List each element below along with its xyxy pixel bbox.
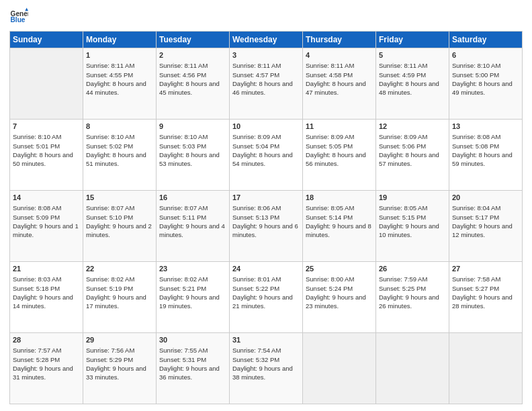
day-number: 19 [379,193,446,203]
calendar-cell: 30Sunrise: 7:55 AMSunset: 5:31 PMDayligh… [157,333,230,404]
daylight-text: Daylight: 8 hours and 48 minutes. [379,79,446,97]
day-number: 29 [86,335,153,345]
daylight-text: Daylight: 9 hours and 31 minutes. [13,364,80,382]
sunrise-text: Sunrise: 8:07 AM [86,203,153,212]
daylight-text: Daylight: 8 hours and 47 minutes. [306,79,373,97]
calendar-header: SundayMondayTuesdayWednesdayThursdayFrid… [10,32,523,48]
sunrise-text: Sunrise: 7:54 AM [232,346,300,355]
daylight-text: Daylight: 9 hours and 14 minutes. [13,293,80,311]
calendar-cell: 18Sunrise: 8:05 AMSunset: 5:14 PMDayligh… [303,191,376,262]
calendar-cell: 20Sunrise: 8:04 AMSunset: 5:17 PMDayligh… [449,191,523,262]
day-number: 25 [306,264,373,274]
logo-icon: General Blue [9,7,28,26]
day-number: 8 [86,122,153,132]
header: General Blue [9,7,523,26]
daylight-text: Daylight: 8 hours and 57 minutes. [379,150,446,169]
daylight-text: Daylight: 8 hours and 51 minutes. [86,150,153,169]
sunrise-text: Sunrise: 8:10 AM [86,132,153,141]
day-header-monday: Monday [83,32,157,48]
daylight-text: Daylight: 8 hours and 59 minutes. [452,150,519,169]
calendar-cell: 9Sunrise: 8:10 AMSunset: 5:03 PMDaylight… [157,120,230,191]
calendar-cell: 10Sunrise: 8:09 AMSunset: 5:04 PMDayligh… [230,120,303,191]
sunrise-text: Sunrise: 8:09 AM [306,132,373,141]
page: General Blue SundayMondayTuesdayWednesda… [0,0,532,411]
sunrise-text: Sunrise: 8:01 AM [232,275,300,283]
sunrise-text: Sunrise: 7:55 AM [159,346,226,355]
sunset-text: Sunset: 5:18 PM [13,284,80,293]
calendar-cell: 22Sunrise: 8:02 AMSunset: 5:19 PMDayligh… [83,262,157,333]
calendar-cell: 27Sunrise: 7:58 AMSunset: 5:27 PMDayligh… [449,262,523,333]
sunrise-text: Sunrise: 8:10 AM [13,132,80,141]
sunrise-text: Sunrise: 8:09 AM [379,132,446,141]
calendar-cell: 23Sunrise: 8:02 AMSunset: 5:21 PMDayligh… [157,262,230,333]
sunset-text: Sunset: 5:08 PM [452,142,519,150]
day-number: 9 [159,122,226,132]
sunset-text: Sunset: 5:17 PM [452,213,519,222]
sunrise-text: Sunrise: 8:11 AM [232,61,300,70]
svg-marker-2 [25,8,28,11]
sunrise-text: Sunrise: 7:56 AM [86,346,153,355]
week-row-4: 28Sunrise: 7:57 AMSunset: 5:28 PMDayligh… [10,333,523,404]
calendar-cell: 15Sunrise: 8:07 AMSunset: 5:10 PMDayligh… [83,191,157,262]
day-header-saturday: Saturday [449,32,523,48]
daylight-text: Daylight: 8 hours and 49 minutes. [452,79,519,97]
sunset-text: Sunset: 4:55 PM [86,71,153,79]
sunrise-text: Sunrise: 8:08 AM [452,132,519,141]
calendar-cell: 21Sunrise: 8:03 AMSunset: 5:18 PMDayligh… [10,262,83,333]
daylight-text: Daylight: 9 hours and 2 minutes. [86,222,153,240]
daylight-text: Daylight: 8 hours and 53 minutes. [159,150,226,169]
sunrise-text: Sunrise: 8:08 AM [13,203,80,212]
daylight-text: Daylight: 8 hours and 46 minutes. [232,79,300,97]
days-of-week-row: SundayMondayTuesdayWednesdayThursdayFrid… [10,32,523,48]
sunset-text: Sunset: 5:19 PM [86,284,153,293]
sunrise-text: Sunrise: 7:57 AM [13,346,80,355]
sunrise-text: Sunrise: 8:00 AM [306,275,373,283]
calendar-cell: 8Sunrise: 8:10 AMSunset: 5:02 PMDaylight… [83,120,157,191]
sunrise-text: Sunrise: 8:10 AM [159,132,226,141]
day-number: 17 [232,193,300,203]
daylight-text: Daylight: 9 hours and 10 minutes. [379,222,446,240]
day-number: 7 [13,122,80,132]
day-number: 4 [306,50,373,60]
calendar-cell: 5Sunrise: 8:11 AMSunset: 4:59 PMDaylight… [376,48,449,120]
daylight-text: Daylight: 9 hours and 21 minutes. [232,293,300,311]
sunset-text: Sunset: 5:13 PM [232,213,300,222]
daylight-text: Daylight: 9 hours and 17 minutes. [86,293,153,311]
sunset-text: Sunset: 5:06 PM [379,142,446,150]
sunrise-text: Sunrise: 8:05 AM [306,203,373,212]
calendar-cell: 11Sunrise: 8:09 AMSunset: 5:05 PMDayligh… [303,120,376,191]
daylight-text: Daylight: 9 hours and 8 minutes. [306,222,373,240]
calendar-cell [10,48,83,120]
sunset-text: Sunset: 5:02 PM [86,142,153,150]
calendar-cell: 25Sunrise: 8:00 AMSunset: 5:24 PMDayligh… [303,262,376,333]
sunrise-text: Sunrise: 8:09 AM [232,132,300,141]
day-number: 15 [86,193,153,203]
sunset-text: Sunset: 5:29 PM [86,355,153,364]
calendar-cell [376,333,449,404]
daylight-text: Daylight: 9 hours and 23 minutes. [306,293,373,311]
day-number: 28 [13,335,80,345]
sunrise-text: Sunrise: 8:05 AM [379,203,446,212]
day-number: 24 [232,264,300,274]
sunset-text: Sunset: 5:24 PM [306,284,373,293]
logo: General Blue [9,7,31,26]
daylight-text: Daylight: 8 hours and 56 minutes. [306,150,373,169]
sunrise-text: Sunrise: 8:11 AM [86,61,153,70]
day-number: 22 [86,264,153,274]
calendar-cell: 16Sunrise: 8:07 AMSunset: 5:11 PMDayligh… [157,191,230,262]
sunset-text: Sunset: 4:58 PM [306,71,373,79]
day-number: 3 [232,50,300,60]
day-number: 5 [379,50,446,60]
day-number: 14 [13,193,80,203]
daylight-text: Daylight: 9 hours and 6 minutes. [232,222,300,240]
daylight-text: Daylight: 9 hours and 26 minutes. [379,293,446,311]
sunset-text: Sunset: 4:59 PM [379,71,446,79]
calendar-cell: 29Sunrise: 7:56 AMSunset: 5:29 PMDayligh… [83,333,157,404]
sunset-text: Sunset: 5:05 PM [306,142,373,150]
sunset-text: Sunset: 4:57 PM [232,71,300,79]
daylight-text: Daylight: 8 hours and 54 minutes. [232,150,300,169]
daylight-text: Daylight: 9 hours and 1 minute. [13,222,80,240]
sunrise-text: Sunrise: 8:11 AM [379,61,446,70]
calendar-cell [303,333,376,404]
sunset-text: Sunset: 5:27 PM [452,284,519,293]
